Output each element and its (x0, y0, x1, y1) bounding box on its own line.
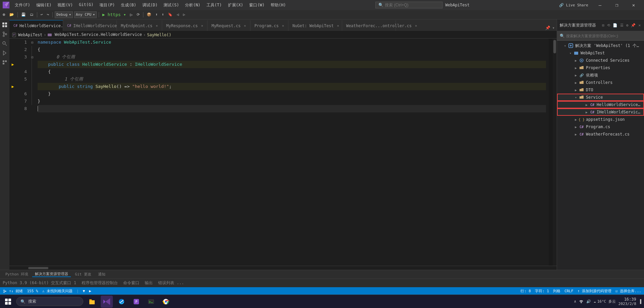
show-files-btn[interactable]: 📄 (612, 22, 618, 28)
taskbar-app-python[interactable]: P (130, 296, 142, 308)
status-select-env[interactable]: ☑ 选择合库... (615, 289, 641, 294)
weather-expand-icon[interactable]: ▶ (573, 133, 579, 136)
terminal-tab-cmd[interactable]: Python 3.9 (64-bit) 交互式窗口 1 (3, 280, 76, 286)
tab-myresponse[interactable]: MyResponse.cs ✕ (162, 20, 208, 31)
activity-git-icon[interactable] (1, 30, 9, 38)
redo-btn[interactable]: ↪ (45, 12, 50, 17)
save-all-btn[interactable]: 🗂 (29, 12, 35, 17)
weather-display[interactable]: ☁ 16°C 多云 (594, 299, 616, 304)
menu-help[interactable]: 帮助(H) (268, 2, 289, 9)
taskbar-app-terminal[interactable] (145, 296, 157, 308)
bottom-tab-git-changes[interactable]: Git 更改 (72, 272, 94, 277)
taskbar-search-box[interactable]: 🔍 搜索 (16, 297, 83, 306)
attach-btn[interactable]: ▷ (129, 11, 134, 18)
filter-btn[interactable]: ☰ (619, 22, 624, 28)
tab-close-myresponse[interactable]: ✕ (201, 24, 203, 28)
breadcrumb-method[interactable]: SayHello() (147, 33, 171, 37)
activity-debug-icon[interactable] (1, 49, 9, 57)
menu-debug[interactable]: 调试(D) (140, 2, 160, 9)
tree-item-appsettings[interactable]: ▶ { } appsettings.json (557, 116, 644, 123)
status-col[interactable]: 列格 (553, 289, 560, 294)
collapse-all-btn[interactable]: ⊟ (601, 22, 605, 28)
connected-expand-icon[interactable]: ▶ (573, 59, 579, 62)
git-push-btn[interactable]: ⬆ (154, 12, 159, 17)
save-btn[interactable]: 💾 (20, 12, 27, 17)
status-line[interactable]: 行: 8 (520, 289, 531, 294)
clock-display[interactable]: 16:39 2023/2/8 (618, 297, 636, 306)
menu-build[interactable]: 生成(B) (118, 2, 139, 9)
run-button[interactable]: ▶ https ▾ (101, 11, 127, 18)
solution-search-input[interactable] (566, 34, 641, 38)
bottom-tab-python-env[interactable]: Python 环境 (3, 272, 31, 277)
controllers-expand-icon[interactable]: ▶ (573, 81, 579, 85)
activity-search-icon[interactable] (1, 40, 9, 48)
tab-close-myrequest[interactable]: ✕ (244, 24, 246, 28)
menu-view[interactable]: 视图(V) (55, 2, 76, 9)
properties-btn[interactable]: ⚙ (626, 22, 629, 28)
tab-program[interactable]: Program.cs ✕ (250, 20, 288, 31)
tree-item-dto[interactable]: ▶ DTO (557, 86, 644, 94)
step-over-btn[interactable]: ⟳ (135, 12, 141, 17)
terminal-tab-output[interactable]: 输出 (145, 280, 153, 286)
menu-analyze[interactable]: 分析(N) (182, 2, 203, 9)
taskbar-app-file-explorer[interactable] (86, 296, 98, 308)
git-pull-btn[interactable]: ⬇ (160, 12, 166, 17)
minimap[interactable] (549, 39, 553, 266)
tab-weatherforecast[interactable]: WeatherForec...ontroller.cs ✕ (342, 20, 396, 31)
systray-network-icon[interactable] (579, 299, 584, 304)
bottom-tab-solution-explorer[interactable]: 解决方案资源管理器 (32, 271, 71, 277)
solution-expand-icon[interactable]: ▾ (562, 44, 568, 48)
close-panel-btn[interactable]: ✕ (638, 22, 641, 28)
vertical-scrollbar[interactable] (553, 39, 557, 266)
menu-git[interactable]: Git(G) (76, 2, 96, 9)
sync-btn[interactable]: ⟲ (606, 22, 611, 28)
bookmark-btn[interactable]: 🔖 (167, 12, 174, 17)
menu-window[interactable]: 窗口(W) (246, 2, 267, 9)
service-expand-icon[interactable]: ▾ (573, 96, 579, 99)
tab-myendpoint[interactable]: MyEndpoint.cs ✕ (117, 20, 162, 31)
tab-helloworldservice[interactable]: C# HelloWorldService.cs ✕ (9, 20, 63, 31)
tree-item-program[interactable]: ▶ C# Program.cs (557, 123, 644, 131)
tree-item-dependencies[interactable]: ▶ 🔗 依赖项 (557, 71, 644, 79)
systray-up-arrow[interactable]: ∧ (574, 299, 576, 304)
dto-expand-icon[interactable]: ▶ (573, 88, 579, 92)
new-project-btn[interactable]: ⊕ (1, 11, 7, 18)
breadcrumb-project[interactable]: WebApiTest (18, 33, 42, 37)
status-char[interactable]: 字符: 1 (535, 289, 549, 294)
status-arrow-down[interactable]: ▼ (83, 289, 85, 293)
solution-root[interactable]: ▾ 解决方案 'WebApiTest' (1 个项目，共 1 个) (557, 42, 644, 49)
taskbar-app-edge[interactable] (116, 296, 128, 308)
nav-fwd-btn[interactable]: ▷ (182, 12, 187, 17)
tab-close-myendpoint[interactable]: ✕ (156, 24, 158, 28)
tab-close-nuget[interactable]: ✕ (337, 24, 339, 28)
solution-search[interactable]: 🔍 (557, 31, 644, 41)
undo-btn[interactable]: ↩ (39, 12, 44, 17)
tree-item-service[interactable]: ▾ Service (557, 94, 644, 101)
taskbar-app-vs[interactable] (101, 296, 113, 308)
global-search-box[interactable]: 🔍 (375, 2, 443, 8)
deps-expand-icon[interactable]: ▶ (573, 73, 579, 77)
program-expand-icon[interactable]: ▶ (573, 125, 579, 129)
hws-expand-icon[interactable]: ▶ (584, 103, 589, 107)
tab-close-weather[interactable]: ✕ (415, 24, 417, 28)
close-button[interactable]: ✕ (626, 0, 641, 10)
start-button[interactable] (3, 296, 13, 307)
ihws-expand-icon[interactable]: ▶ (584, 110, 589, 114)
tree-item-connected-services[interactable]: ▶ Connected Services (557, 57, 644, 64)
menu-extensions[interactable]: 扩展(X) (225, 2, 246, 9)
tab-close-program[interactable]: ✕ (282, 24, 284, 28)
git-commit-btn[interactable]: 📦 (145, 12, 153, 17)
terminal-tab-command[interactable]: 命令窗口 (123, 280, 139, 286)
status-eol[interactable]: CRLF (564, 289, 573, 293)
terminal-tab-errors[interactable]: 错误列表 ... (158, 280, 184, 286)
menu-file[interactable]: 文件(F) (12, 2, 33, 9)
tab-pin-icon[interactable]: 📌 (545, 25, 551, 31)
menu-test[interactable]: 测试(S) (161, 2, 182, 9)
open-btn[interactable]: 📂 (8, 12, 15, 17)
minimize-button[interactable]: — (592, 0, 608, 10)
tree-item-helloworldservice[interactable]: ▶ C# HelloWorldService.cs (557, 101, 644, 108)
activity-extensions-icon[interactable] (1, 58, 9, 66)
status-zoom[interactable]: 155 % (27, 289, 38, 293)
terminal-tab-pkg[interactable]: 程序包管理器控制台 (82, 280, 118, 286)
pin-btn[interactable]: 📌 (630, 22, 636, 28)
